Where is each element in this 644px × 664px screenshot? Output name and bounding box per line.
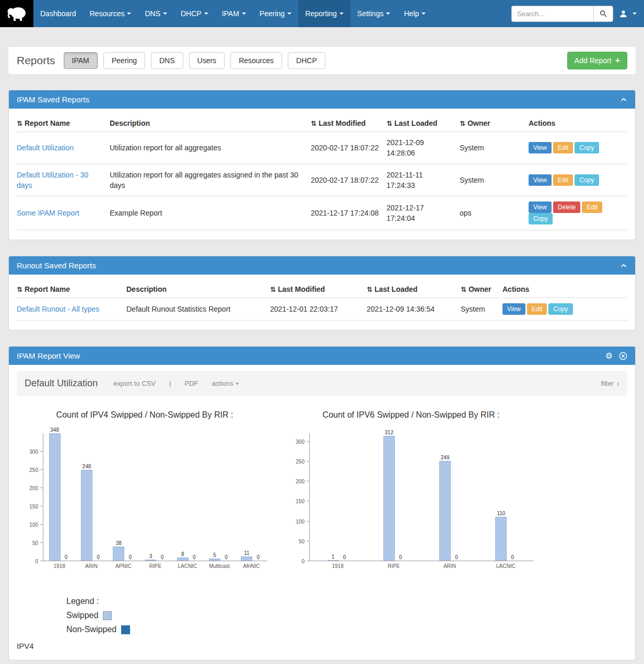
copy-button[interactable]: Copy (548, 303, 572, 315)
nav-item-peering[interactable]: Peering (253, 0, 298, 27)
bar (383, 436, 395, 561)
nav-item-reporting[interactable]: Reporting (298, 0, 350, 27)
bar-value-label: 3 (149, 553, 153, 559)
collapse-icon[interactable] (620, 96, 627, 103)
bar (113, 547, 124, 561)
actions-link[interactable]: actions + (212, 380, 239, 387)
cell-description: Utilization report for all aggregates as… (110, 164, 311, 196)
tab-dhcp[interactable]: DHCP (288, 52, 325, 69)
cell-owner: ops (460, 196, 529, 230)
edit-button[interactable]: Edit (553, 142, 573, 153)
ipam-saved-reports-panel: IPAM Saved Reports ⇅Report NameDescripti… (8, 90, 636, 240)
sort-icon[interactable]: ⇅ (461, 286, 466, 293)
charts-row: Count of IPV4 Swipped / Non-Swipped By R… (17, 410, 627, 575)
filter-link[interactable]: filter › (601, 379, 619, 388)
user-icon (619, 10, 627, 18)
column-header-owner[interactable]: ⇅Owner (461, 281, 502, 298)
view-button[interactable]: View (529, 201, 552, 213)
column-header-report-name[interactable]: ⇅Report Name (17, 281, 126, 298)
pdf-link[interactable]: PDF (184, 380, 198, 387)
bar-value-label: 0 (257, 554, 260, 560)
x-tick-label: LACNIC (178, 563, 197, 569)
legend-item: Non-Swipped (66, 625, 627, 634)
tab-resources[interactable]: Resources (230, 52, 282, 69)
nav-item-resources[interactable]: Resources (83, 0, 138, 27)
copy-button[interactable]: Copy (529, 213, 553, 224)
tab-peering[interactable]: Peering (103, 52, 145, 69)
nav-item-settings[interactable]: Settings (350, 0, 397, 27)
bar-group: 101918 (327, 554, 349, 561)
cell-description: Default Runout Statistics Report (126, 298, 270, 321)
view-button[interactable]: View (529, 142, 552, 153)
column-header-report-name[interactable]: ⇅Report Name (17, 115, 110, 132)
bar-value-label: 5 (213, 552, 216, 558)
x-tick-label: AfriNIC (243, 563, 260, 569)
gear-icon[interactable]: ⚙ (605, 352, 613, 360)
y-tick-label: 300 (29, 449, 38, 455)
edit-button[interactable]: Edit (553, 174, 573, 186)
export-csv-link[interactable]: export to CSV (113, 380, 156, 387)
delete-button[interactable]: Delete (553, 201, 581, 213)
search-button[interactable] (593, 6, 613, 22)
report-link[interactable]: Default Utilization (17, 144, 74, 152)
search-icon (600, 10, 607, 17)
nav-item-dns[interactable]: DNS (138, 0, 174, 27)
bar (495, 517, 507, 561)
bar-slot: 249 (439, 455, 451, 561)
bar-value-label: 11 (244, 550, 249, 556)
cell-description: Example Report (110, 196, 311, 230)
report-link[interactable]: Default Runout - All types (17, 305, 99, 313)
bar-group: 380APNIC (112, 540, 134, 561)
y-tick-label: 250 (296, 458, 305, 464)
bar-slot: 110 (495, 511, 507, 561)
nav-item-dhcp[interactable]: DHCP (174, 0, 215, 27)
nav-item-label: Dashboard (40, 9, 76, 18)
chevron-down-icon (163, 13, 167, 15)
logo[interactable] (0, 0, 33, 27)
copy-button[interactable]: Copy (575, 174, 599, 186)
cell-owner: System (460, 164, 529, 196)
add-report-button[interactable]: Add Report + (567, 52, 627, 69)
sort-icon[interactable]: ⇅ (367, 286, 372, 293)
nav-item-ipam[interactable]: IPAM (215, 0, 253, 27)
collapse-icon[interactable] (620, 262, 627, 269)
nav-item-help[interactable]: Help (397, 0, 432, 27)
report-link[interactable]: Some IPAM Report (17, 209, 79, 217)
column-header-last-loaded[interactable]: ⇅Last Loaded (387, 115, 460, 132)
column-header-last-modified[interactable]: ⇅Last Modified (311, 115, 387, 132)
sort-icon[interactable]: ⇅ (460, 120, 465, 127)
cell-actions: ViewDeleteEditCopy (529, 196, 627, 230)
cell-report-name: Default Runout - All types (17, 298, 126, 321)
sort-icon[interactable]: ⇅ (17, 286, 22, 293)
user-menu[interactable] (619, 10, 637, 18)
nav-menu: DashboardResourcesDNSDHCPIPAMPeeringRepo… (33, 0, 432, 27)
sort-icon[interactable]: ⇅ (387, 120, 392, 127)
cell-report-name: Default Utilization - 30 days (17, 164, 110, 196)
close-icon[interactable] (619, 352, 627, 360)
sort-icon[interactable]: ⇅ (270, 286, 276, 293)
column-header-owner[interactable]: ⇅Owner (460, 115, 529, 132)
tab-ipam[interactable]: IPAM (64, 52, 98, 69)
report-tabs: IPAMPeeringDNSUsersResourcesDHCP (64, 52, 325, 69)
bar-group: 34801918 (49, 427, 71, 561)
chart-plot: 050100150200250300 1019183120RIPE2490ARI… (288, 433, 534, 561)
tab-dns[interactable]: DNS (151, 52, 183, 69)
nav-item-dashboard[interactable]: Dashboard (33, 0, 83, 27)
column-header-last-modified[interactable]: ⇅Last Modified (270, 281, 367, 298)
sort-icon[interactable]: ⇅ (311, 120, 317, 127)
sort-icon[interactable]: ⇅ (17, 120, 22, 127)
column-header-last-loaded[interactable]: ⇅Last Loaded (367, 281, 461, 298)
edit-button[interactable]: Edit (582, 201, 602, 213)
chevron-down-icon (633, 13, 637, 15)
cell-modified: 2020-02-17 18:07:22 (311, 132, 387, 164)
view-button[interactable]: View (529, 174, 552, 186)
bar-value-label: 0 (97, 554, 100, 560)
y-tick-label: 100 (296, 518, 305, 524)
view-button[interactable]: View (502, 303, 525, 315)
bar (177, 558, 189, 561)
search-input[interactable] (511, 6, 593, 22)
copy-button[interactable]: Copy (575, 142, 599, 153)
report-link[interactable]: Default Utilization - 30 days (17, 171, 88, 189)
tab-users[interactable]: Users (189, 52, 225, 69)
edit-button[interactable]: Edit (527, 303, 547, 315)
